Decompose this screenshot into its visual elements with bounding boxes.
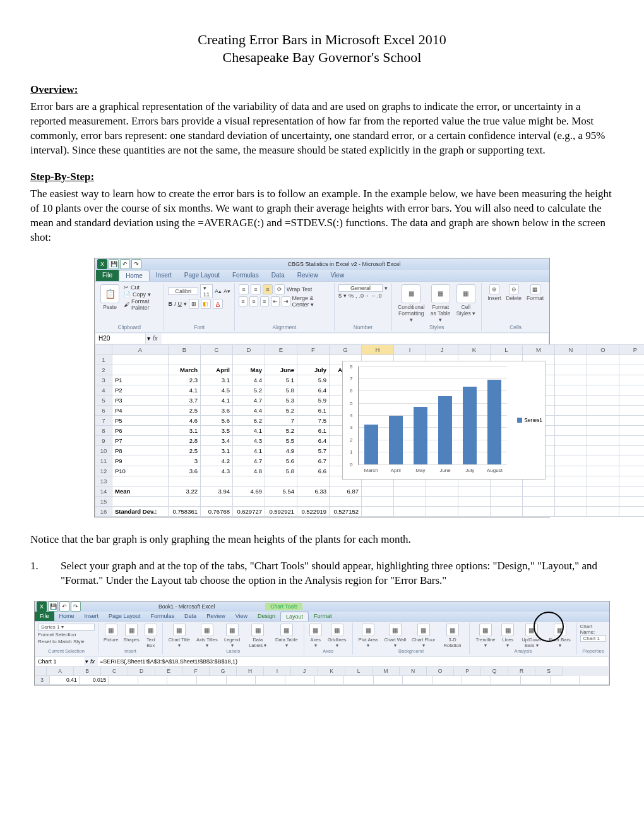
cell[interactable] bbox=[619, 425, 645, 435]
cell[interactable] bbox=[491, 486, 523, 496]
ribbon-button-label[interactable]: Gridlines ▾ bbox=[327, 637, 347, 648]
ribbon-tab-file[interactable]: File bbox=[35, 612, 54, 621]
col-header[interactable]: L bbox=[491, 344, 523, 354]
cell[interactable] bbox=[555, 506, 587, 516]
col-header[interactable]: D bbox=[128, 667, 155, 676]
cell[interactable]: April bbox=[201, 365, 233, 375]
cell[interactable] bbox=[555, 486, 587, 496]
ribbon-tab-file[interactable]: File bbox=[96, 270, 119, 281]
cell[interactable]: P9 bbox=[112, 456, 169, 466]
col-header[interactable]: H bbox=[362, 344, 394, 354]
cell[interactable]: 2.5 bbox=[169, 445, 201, 456]
cell[interactable] bbox=[265, 496, 297, 506]
ribbon-tab-page-layout[interactable]: Page Layout bbox=[104, 612, 146, 621]
cell[interactable] bbox=[344, 676, 374, 685]
cell[interactable] bbox=[619, 395, 645, 405]
ribbon-button[interactable]: ▦Lines ▾ bbox=[499, 624, 516, 648]
cell[interactable]: 6.87 bbox=[330, 486, 362, 496]
cell[interactable] bbox=[362, 506, 394, 516]
cell[interactable]: 0.522919 bbox=[297, 506, 330, 516]
cut-label[interactable]: Cut bbox=[131, 284, 140, 291]
cell[interactable] bbox=[555, 435, 587, 445]
undo-icon[interactable]: ↶ bbox=[59, 601, 69, 612]
ribbon-tab-review[interactable]: Review bbox=[291, 270, 325, 281]
cell[interactable] bbox=[362, 496, 394, 506]
lines--icon[interactable]: ▦ bbox=[501, 624, 514, 636]
cell[interactable]: 6.4 bbox=[297, 435, 330, 445]
cell[interactable] bbox=[426, 506, 458, 516]
ribbon-button[interactable]: ▦Chart Wall ▾ bbox=[381, 624, 408, 648]
col-header[interactable]: K bbox=[318, 667, 345, 676]
cell[interactable]: 3.6 bbox=[201, 405, 233, 415]
chart-title--icon[interactable]: ▦ bbox=[173, 624, 186, 636]
col-header[interactable]: J bbox=[426, 344, 458, 354]
col-header[interactable]: J bbox=[291, 667, 318, 676]
cell[interactable]: 3.4 bbox=[201, 435, 233, 445]
cell[interactable] bbox=[285, 676, 315, 685]
chart-tools-tab-format[interactable]: Format bbox=[309, 612, 337, 621]
cell[interactable] bbox=[426, 486, 458, 496]
format-cells-icon[interactable]: ▦ bbox=[530, 284, 540, 294]
cell[interactable]: 3.1 bbox=[201, 445, 233, 456]
col-header[interactable]: B bbox=[169, 344, 201, 354]
chart-bar[interactable] bbox=[364, 425, 378, 464]
cell[interactable]: 7 bbox=[265, 415, 297, 425]
italic-button[interactable]: I bbox=[174, 301, 176, 307]
cell[interactable] bbox=[169, 354, 201, 365]
row-header[interactable]: 13 bbox=[95, 476, 112, 486]
cell[interactable]: May bbox=[233, 365, 265, 375]
align-right-icon[interactable]: ≡ bbox=[260, 296, 269, 306]
cell[interactable]: 5.1 bbox=[265, 375, 297, 385]
col-header[interactable]: E bbox=[265, 344, 297, 354]
cell[interactable]: 5.6 bbox=[201, 415, 233, 425]
ribbon-button-label[interactable]: Picture bbox=[104, 637, 118, 643]
cell[interactable]: 4.7 bbox=[233, 456, 265, 466]
cell[interactable]: 4.1 bbox=[233, 445, 265, 456]
percent-icon[interactable]: % bbox=[349, 293, 354, 299]
cond-format-icon[interactable]: ▦ bbox=[402, 284, 420, 303]
col-header[interactable]: O bbox=[587, 344, 619, 354]
cell[interactable] bbox=[432, 676, 462, 685]
cell[interactable] bbox=[619, 496, 645, 506]
row-header[interactable]: 3 bbox=[35, 676, 50, 685]
col-header[interactable]: N bbox=[400, 667, 427, 676]
up-down-bars--icon[interactable]: ▦ bbox=[525, 624, 538, 636]
row-header[interactable]: 2 bbox=[95, 365, 112, 375]
ribbon-button-label[interactable]: 3-D Rotation bbox=[441, 637, 465, 648]
ribbon-button-label[interactable]: Error Bars ▾ bbox=[549, 637, 571, 648]
row-header[interactable]: 12 bbox=[95, 466, 112, 476]
name-box-2[interactable]: Chart 1 bbox=[36, 657, 84, 666]
cell[interactable] bbox=[523, 486, 555, 496]
cell[interactable]: 3.6 bbox=[169, 466, 201, 476]
cell[interactable]: 4.69 bbox=[233, 486, 265, 496]
chart-bar[interactable] bbox=[414, 407, 427, 464]
underline-button[interactable]: U bbox=[177, 301, 182, 307]
row-header[interactable]: 10 bbox=[95, 445, 112, 456]
paste-icon[interactable]: 📋 bbox=[100, 284, 119, 303]
redo-icon[interactable]: ↷ bbox=[131, 259, 141, 269]
chart-element-select[interactable]: Series 1 ▾ bbox=[38, 624, 95, 631]
cell[interactable]: 0.015 bbox=[80, 676, 109, 685]
cell[interactable]: 4.7 bbox=[233, 395, 265, 405]
col-header[interactable]: M bbox=[373, 667, 400, 676]
cell[interactable]: 5.2 bbox=[265, 425, 297, 435]
ribbon-button-label[interactable]: Chart Wall ▾ bbox=[383, 637, 407, 648]
cell[interactable] bbox=[555, 425, 587, 435]
cell[interactable]: March bbox=[169, 365, 201, 375]
ribbon-tab-data[interactable]: Data bbox=[265, 270, 291, 281]
cell[interactable] bbox=[587, 445, 619, 456]
trendline--icon[interactable]: ▦ bbox=[479, 624, 492, 636]
row-header[interactable]: 6 bbox=[95, 405, 112, 415]
gridlines--icon[interactable]: ▦ bbox=[331, 624, 343, 636]
cell[interactable] bbox=[619, 375, 645, 385]
row-header[interactable]: 5 bbox=[95, 395, 112, 405]
cell[interactable]: P8 bbox=[112, 445, 169, 456]
indent-dec-icon[interactable]: ⇤ bbox=[271, 296, 280, 306]
align-bot-icon[interactable]: ≡ bbox=[263, 284, 273, 294]
ribbon-button-label[interactable]: Legend ▾ bbox=[224, 637, 241, 648]
ribbon-button-label[interactable]: Up/Down Bars ▾ bbox=[520, 637, 544, 648]
merge-center-button[interactable]: Merge & Center ▾ bbox=[292, 295, 330, 308]
cell[interactable] bbox=[587, 365, 619, 375]
fx-icon-2[interactable]: fx bbox=[88, 658, 97, 665]
plot-area--icon[interactable]: ▦ bbox=[362, 624, 374, 636]
